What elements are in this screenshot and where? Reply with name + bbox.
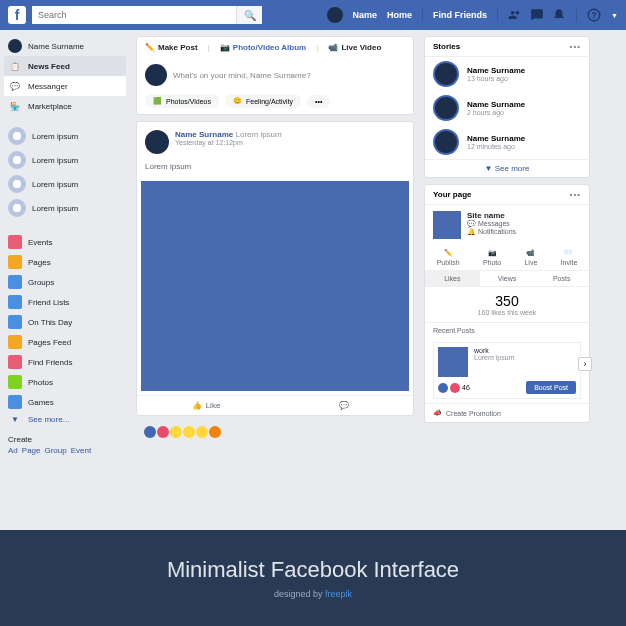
avatar[interactable] — [327, 7, 343, 23]
nav-name[interactable]: Name — [353, 10, 378, 20]
create-link-event[interactable]: Event — [71, 446, 91, 455]
friend-avatar — [8, 199, 26, 217]
top-bar: f 🔍 Name Home Find Friends ? ▼ — [0, 0, 626, 30]
nav-home[interactable]: Home — [387, 10, 412, 20]
composer-tab-photo-video-album[interactable]: 📷Photo/Video Album — [220, 43, 306, 52]
dropdown-icon[interactable]: ▼ — [611, 12, 618, 19]
page-name[interactable]: Site name — [467, 211, 516, 220]
post-body: Lorem ipsum — [137, 162, 413, 177]
more-icon[interactable]: ••• — [570, 42, 581, 51]
avatar — [8, 39, 22, 53]
page-tab-likes[interactable]: Likes — [425, 271, 480, 286]
haha-reaction-icon[interactable] — [170, 426, 182, 438]
facebook-logo[interactable]: f — [8, 6, 26, 24]
boost-post-button[interactable]: Boost Post — [526, 381, 576, 394]
search-box: 🔍 — [32, 6, 262, 24]
recent-post-image[interactable] — [438, 347, 468, 377]
composer-tab-live-video[interactable]: 📹Live Video — [328, 43, 381, 52]
page-action-live[interactable]: 📹Live — [524, 249, 537, 266]
angry-reaction-icon[interactable] — [209, 426, 221, 438]
page-tab-views[interactable]: Views — [480, 271, 535, 286]
page-action-photo[interactable]: 📷Photo — [483, 249, 501, 266]
story-item[interactable]: Name Surname13 hours ago — [425, 57, 589, 91]
sidebar-see-more[interactable]: ▼ See more... — [4, 412, 126, 427]
chip-icon: 😊 — [233, 97, 242, 105]
composer-tab-make-post[interactable]: ✏️Make Post — [145, 43, 198, 52]
composer-more[interactable]: ••• — [307, 95, 330, 108]
story-item[interactable]: Name Surname2 hours ago — [425, 91, 589, 125]
sidebar-item-pages[interactable]: Pages — [4, 252, 126, 272]
sidebar-friend[interactable]: Lorem ipsum — [4, 124, 126, 148]
recent-post: work Lorem ipsum 46 Boost Post › — [433, 342, 581, 399]
sidebar-item-messanger[interactable]: 💬Messanger — [4, 76, 126, 96]
your-page-card: Your page••• Site name 💬 Messages 🔔 Noti… — [424, 184, 590, 423]
create-promotion[interactable]: 📣 Create Promotion — [425, 403, 589, 422]
sad-reaction-icon[interactable] — [196, 426, 208, 438]
wow-reaction-icon[interactable] — [183, 426, 195, 438]
sidebar-item-pages-feed[interactable]: Pages Feed — [4, 332, 126, 352]
love-reaction-icon[interactable] — [157, 426, 169, 438]
notifications-icon[interactable] — [552, 8, 566, 22]
sidebar-item-games[interactable]: Games — [4, 392, 126, 412]
story-item[interactable]: Name Surname12 minutes ago — [425, 125, 589, 159]
friend-avatar — [8, 127, 26, 145]
love-reaction-icon — [450, 383, 460, 393]
page-avatar[interactable] — [433, 211, 461, 239]
create-link-page[interactable]: Page — [22, 446, 41, 455]
nav-icon — [8, 335, 22, 349]
sidebar-item-marketplace[interactable]: 🏪Marketplace — [4, 96, 126, 116]
footer-banner: Minimalist Facebook Interface designed b… — [0, 530, 626, 626]
post-author[interactable]: Name Surname — [175, 130, 233, 139]
search-input[interactable] — [32, 6, 236, 24]
sidebar-item-on-this-day[interactable]: On This Day — [4, 312, 126, 332]
like-button[interactable]: 👍Like — [137, 396, 275, 415]
nav-icon — [8, 275, 22, 289]
right-column: Stories••• Name Surname13 hours agoName … — [420, 30, 600, 530]
nav-find-friends[interactable]: Find Friends — [433, 10, 487, 20]
nav-icon — [8, 395, 22, 409]
composer-chip-feeling-activity[interactable]: 😊Feeling/Activity — [225, 94, 301, 108]
svg-text:?: ? — [592, 11, 597, 20]
more-icon[interactable]: ••• — [570, 190, 581, 199]
help-icon[interactable]: ? — [587, 8, 601, 22]
nav-icon — [8, 315, 22, 329]
left-sidebar: Name Surname 📋News Feed💬Messanger🏪Market… — [0, 30, 130, 530]
page-messages[interactable]: 💬 Messages — [467, 220, 516, 228]
comment-button[interactable]: 💬 — [275, 396, 413, 415]
profile-name: Name Surname — [28, 42, 84, 51]
composer-chip-photos-videos[interactable]: 🟩Photos/Videos — [145, 94, 219, 108]
story-avatar — [433, 61, 459, 87]
page-action-invite[interactable]: ✉️Invite — [561, 249, 578, 266]
stories-see-more[interactable]: ▼ See more — [425, 159, 589, 177]
sidebar-item-photos[interactable]: Photos — [4, 372, 126, 392]
story-avatar — [433, 95, 459, 121]
post-card: Name Surname Lorem ipsum Yesterday at 12… — [136, 121, 414, 416]
sidebar-item-find-friends[interactable]: Find Friends — [4, 352, 126, 372]
page-tab-posts[interactable]: Posts — [534, 271, 589, 286]
create-link-group[interactable]: Group — [44, 446, 66, 455]
page-notifications[interactable]: 🔔 Notifications — [467, 228, 516, 236]
page-action-publish[interactable]: ✏️Publish — [437, 249, 460, 266]
like-reaction-icon[interactable] — [144, 426, 156, 438]
sidebar-item-groups[interactable]: Groups — [4, 272, 126, 292]
post-image[interactable] — [141, 181, 409, 391]
sidebar-friend[interactable]: Lorem ipsum — [4, 196, 126, 220]
sidebar-friend[interactable]: Lorem ipsum — [4, 148, 126, 172]
nav-icon: 💬 — [8, 79, 22, 93]
nav-icon — [8, 375, 22, 389]
avatar[interactable] — [145, 130, 169, 154]
page-likes-count: 350 — [431, 293, 583, 309]
sidebar-profile[interactable]: Name Surname — [4, 36, 126, 56]
footer-title: Minimalist Facebook Interface — [0, 557, 626, 583]
sidebar-item-events[interactable]: Events — [4, 232, 126, 252]
sidebar-friend[interactable]: Lorem ipsum — [4, 172, 126, 196]
sidebar-item-friend-lists[interactable]: Friend Lists — [4, 292, 126, 312]
messages-icon[interactable] — [530, 8, 544, 22]
search-button[interactable]: 🔍 — [236, 6, 262, 24]
friend-requests-icon[interactable] — [508, 8, 522, 22]
composer-input[interactable]: What's on your mind, Name Surname? — [173, 67, 405, 84]
next-arrow-icon[interactable]: › — [578, 357, 592, 371]
sidebar-item-news-feed[interactable]: 📋News Feed — [4, 56, 126, 76]
create-link-ad[interactable]: Ad — [8, 446, 18, 455]
nav-icon — [8, 295, 22, 309]
